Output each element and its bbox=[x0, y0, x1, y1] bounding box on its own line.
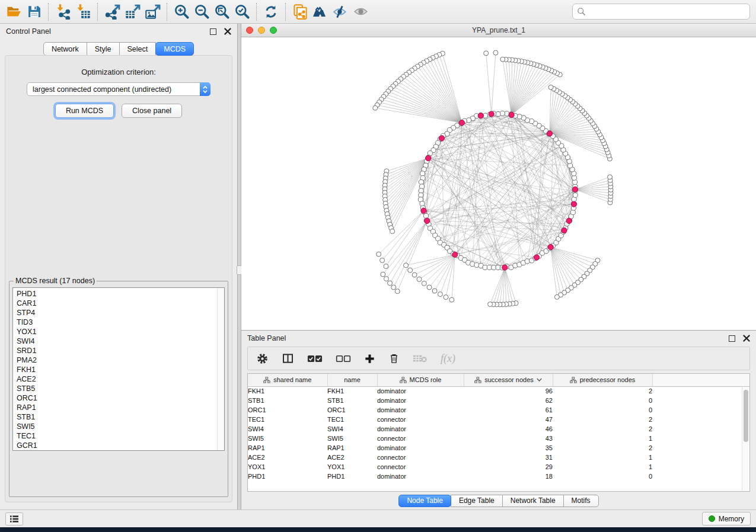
tab-edge-table[interactable]: Edge Table bbox=[451, 495, 503, 507]
open-file-button[interactable] bbox=[4, 2, 24, 21]
network-node[interactable] bbox=[420, 171, 425, 176]
leaf-node[interactable] bbox=[444, 295, 448, 300]
search-input[interactable] bbox=[589, 8, 745, 16]
table-row[interactable]: SWI4SWI4dominator462 bbox=[248, 424, 749, 434]
network-node[interactable] bbox=[573, 193, 578, 197]
show-panels-button[interactable] bbox=[5, 512, 23, 525]
leaf-node[interactable] bbox=[554, 294, 559, 299]
column-header-successor-nodes[interactable]: successor nodes bbox=[464, 374, 553, 386]
leaf-node[interactable] bbox=[404, 263, 409, 268]
leaf-node[interactable] bbox=[500, 57, 505, 62]
mcds-hub-node[interactable] bbox=[489, 111, 494, 117]
mcds-list-item[interactable]: STB1 bbox=[17, 412, 224, 422]
network-graph[interactable] bbox=[241, 37, 755, 330]
select-all-columns-button[interactable] bbox=[307, 354, 323, 363]
network-canvas[interactable] bbox=[241, 37, 756, 330]
mcds-list-item[interactable]: ORC1 bbox=[17, 393, 224, 403]
mcds-hub-node[interactable] bbox=[548, 244, 553, 249]
mcds-list-item[interactable]: STP4 bbox=[17, 308, 224, 318]
leaf-node[interactable] bbox=[438, 292, 442, 297]
leaf-node[interactable] bbox=[484, 51, 489, 56]
clone-network-button[interactable] bbox=[290, 2, 310, 21]
table-row[interactable]: SWI5SWI5connector431 bbox=[248, 434, 749, 443]
leaf-node[interactable] bbox=[408, 268, 413, 273]
export-network-button[interactable] bbox=[102, 2, 122, 21]
mcds-list-item[interactable]: SWI5 bbox=[17, 422, 224, 431]
mcds-hub-node[interactable] bbox=[547, 131, 552, 136]
refresh-layout-button[interactable] bbox=[261, 2, 281, 21]
leaf-node[interactable] bbox=[381, 272, 385, 277]
leaf-node[interactable] bbox=[417, 277, 422, 281]
mcds-list-item[interactable]: STB5 bbox=[17, 384, 224, 393]
network-node[interactable] bbox=[423, 213, 428, 218]
column-header-MCDS-role[interactable]: MCDS role bbox=[377, 374, 464, 386]
hide-selected-button[interactable] bbox=[330, 2, 350, 21]
table-row[interactable]: TEC1TEC1connector472 bbox=[248, 415, 749, 424]
mcds-hub-node[interactable] bbox=[572, 187, 578, 192]
leaf-node[interactable] bbox=[388, 281, 393, 286]
mcds-hub-node[interactable] bbox=[502, 265, 508, 270]
tab-motifs[interactable]: Motifs bbox=[563, 495, 599, 507]
float-table-panel-button[interactable] bbox=[729, 335, 735, 342]
mcds-hub-node[interactable] bbox=[425, 218, 430, 223]
export-image-button[interactable] bbox=[142, 2, 162, 21]
mcds-list-item[interactable]: SRD1 bbox=[17, 346, 224, 355]
import-network-button[interactable] bbox=[53, 2, 73, 21]
leaf-node[interactable] bbox=[412, 273, 417, 277]
mcds-result-list[interactable]: PHD1CAR1STP4TID3YOX1SWI4SRD1PMA2FKH1ACE2… bbox=[12, 287, 225, 451]
leaf-node[interactable] bbox=[422, 281, 426, 286]
leaf-node[interactable] bbox=[384, 277, 389, 281]
network-node[interactable] bbox=[525, 259, 529, 264]
window-maximize-button[interactable] bbox=[270, 27, 277, 34]
mcds-hub-node[interactable] bbox=[439, 136, 444, 141]
save-session-button[interactable] bbox=[24, 2, 44, 21]
leaf-node[interactable] bbox=[427, 285, 432, 290]
tab-network-table[interactable]: Network Table bbox=[502, 495, 564, 507]
leaf-node[interactable] bbox=[488, 302, 493, 307]
network-node[interactable] bbox=[500, 111, 505, 116]
vertical-splitter[interactable] bbox=[237, 24, 241, 509]
mcds-hub-node[interactable] bbox=[571, 201, 576, 207]
column-header-predecessor-nodes[interactable]: predecessor nodes bbox=[553, 374, 652, 386]
mcds-list-item[interactable]: PHD1 bbox=[17, 289, 224, 299]
column-header-shared-name[interactable]: shared name bbox=[248, 374, 327, 386]
search-box[interactable] bbox=[572, 4, 750, 20]
close-panel-button-inline[interactable]: Close panel bbox=[122, 104, 182, 118]
close-panel-button[interactable] bbox=[224, 28, 231, 36]
table-row[interactable]: FKH1FKH1dominator962 bbox=[248, 386, 749, 396]
mcds-hub-node[interactable] bbox=[534, 255, 539, 260]
mcds-list-item[interactable]: ACE2 bbox=[17, 374, 224, 384]
leaf-node[interactable] bbox=[608, 175, 613, 180]
table-scrollbar[interactable] bbox=[742, 387, 749, 491]
leaf-node[interactable] bbox=[548, 85, 553, 89]
leaf-node[interactable] bbox=[449, 297, 454, 302]
window-minimize-button[interactable] bbox=[258, 27, 265, 34]
table-row[interactable]: PHD1PHD1dominator180 bbox=[248, 472, 749, 481]
zoom-selected-button[interactable] bbox=[232, 2, 252, 21]
finder-button[interactable] bbox=[310, 2, 330, 21]
column-header-name[interactable]: name bbox=[327, 374, 377, 386]
mcds-list-item[interactable]: TID3 bbox=[17, 318, 224, 327]
run-mcds-button[interactable]: Run MCDS bbox=[55, 104, 114, 118]
tab-mcds[interactable]: MCDS bbox=[155, 42, 194, 56]
tab-network[interactable]: Network bbox=[43, 42, 87, 56]
leaf-node[interactable] bbox=[395, 289, 400, 294]
mcds-list-scrollbar[interactable] bbox=[217, 288, 224, 450]
export-table-button[interactable] bbox=[122, 2, 142, 21]
leaf-node[interactable] bbox=[373, 105, 378, 110]
create-column-button[interactable] bbox=[364, 353, 375, 364]
optimization-criterion-select[interactable]: largest connected component (undirected) bbox=[27, 82, 210, 96]
tab-style[interactable]: Style bbox=[87, 42, 120, 56]
delete-column-button[interactable] bbox=[388, 352, 400, 364]
node-table[interactable]: shared namenameMCDS rolesuccessor nodesp… bbox=[247, 373, 750, 492]
table-scrollbar-thumb[interactable] bbox=[744, 390, 748, 442]
show-columns-button[interactable] bbox=[282, 352, 294, 364]
mcds-list-item[interactable]: RAP1 bbox=[17, 403, 224, 412]
table-row[interactable]: RAP1RAP1dominator352 bbox=[248, 443, 749, 453]
mcds-list-item[interactable]: FKH1 bbox=[17, 365, 224, 374]
mcds-hub-node[interactable] bbox=[426, 155, 431, 161]
table-row[interactable]: ACE2ACE2connector311 bbox=[248, 453, 749, 462]
unselect-all-columns-button[interactable] bbox=[336, 354, 351, 363]
mcds-hub-node[interactable] bbox=[452, 252, 458, 257]
leaf-node[interactable] bbox=[391, 285, 396, 290]
